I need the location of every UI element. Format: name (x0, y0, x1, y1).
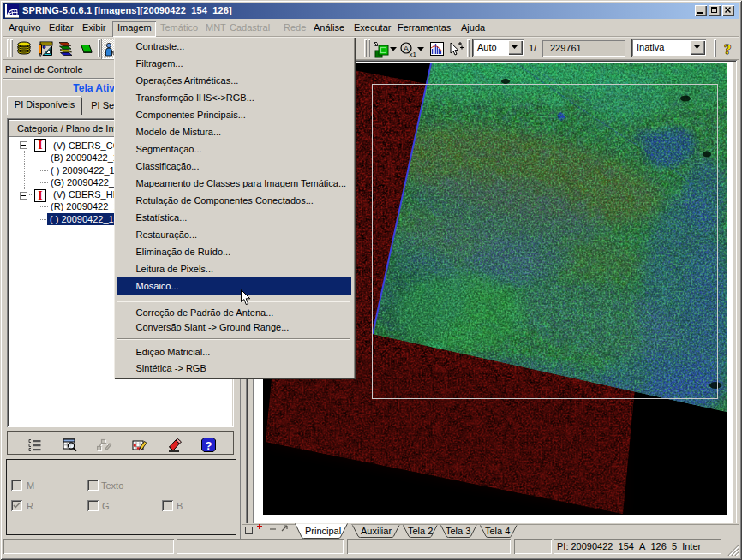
svg-text:Tela 3: Tela 3 (446, 526, 470, 536)
svg-text:Auxiliar: Auxiliar (361, 526, 392, 536)
svg-text:Tela 4: Tela 4 (485, 526, 510, 536)
svg-text:Principal: Principal (305, 526, 341, 536)
svg-text:?: ? (724, 41, 732, 57)
svg-text:Tela 2: Tela 2 (408, 526, 433, 536)
svg-text:?: ? (206, 439, 212, 452)
